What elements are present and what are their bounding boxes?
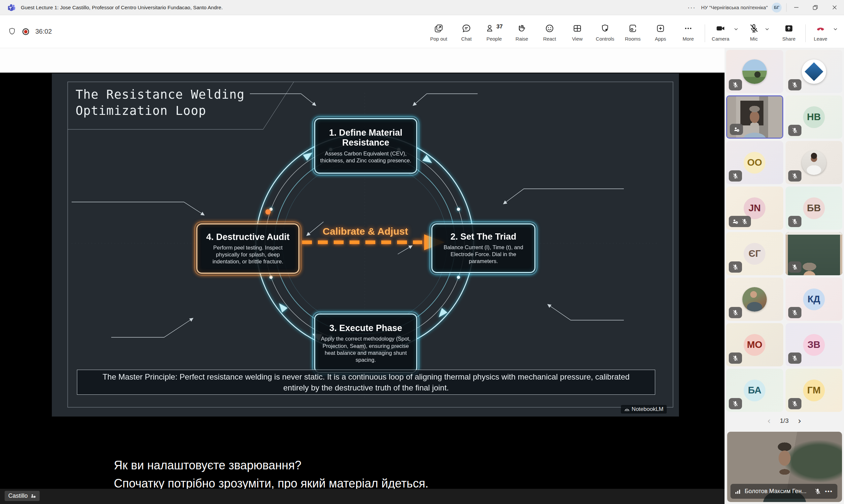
chat-button[interactable]: Chat [452,21,480,41]
leave-button[interactable]: Leave [808,21,833,41]
participant-tile[interactable] [786,50,843,93]
more-dots-icon [683,23,693,33]
loop-orange-node [265,209,271,215]
mic-status-badge [788,398,802,409]
apps-button[interactable]: Apps [647,21,674,41]
camera-options-chevron-icon[interactable] [733,26,739,32]
mic-muted-icon [749,23,759,34]
participant-tile[interactable] [786,141,843,184]
mic-muted-icon [814,488,821,495]
svg-text:?: ? [737,129,738,132]
participant-tile[interactable] [726,277,783,321]
minimize-button[interactable] [787,0,806,15]
participant-tile[interactable]: МО [726,323,783,366]
titlebar-more-menu[interactable]: ··· [682,4,701,11]
people-button[interactable]: 37 People [480,21,508,41]
mic-muted-icon [732,309,739,316]
pager-page-indicator: 1/3 [780,417,789,425]
notebooklm-watermark: NotebookLM [621,405,667,414]
meeting-stage: The Resistance Welding Optimization Loop… [0,48,724,504]
presenter-name-pill[interactable]: Castillo [5,491,40,501]
participant-tile[interactable] [786,232,843,275]
participant-tile[interactable]: НВ [786,95,843,139]
controls-button[interactable]: Controls [591,21,619,41]
rooms-button[interactable]: Rooms [619,21,647,41]
meeting-timer: 36:02 [35,28,52,35]
step-define-material: 1. Define Material Resistance Assess Car… [314,118,417,174]
mic-status-badge: ? [730,124,743,135]
initials-avatar: НВ [803,106,825,128]
step-destructive-audit: 4. Destructive Audit Perform peel testin… [196,223,299,274]
more-button[interactable]: More [674,21,702,41]
mic-muted-icon [732,400,739,407]
people-icon [486,23,496,33]
pop-out-button[interactable]: Pop out [425,21,452,41]
controls-shield-gear-icon [600,23,610,33]
photo-man-white-avatar [802,150,826,175]
mic-button[interactable]: Mic [743,21,765,41]
window-title: Guest Lecture 1: Jose Castillo, Professo… [21,5,223,11]
participant-tile[interactable]: КД [786,277,843,321]
mic-status-badge [788,307,802,318]
raise-hand-button[interactable]: Raise [508,21,536,41]
restore-button[interactable] [806,0,825,15]
presenting-icon [30,493,36,498]
participant-tile[interactable]: ЗВ [786,323,843,366]
shared-slide: The Resistance Welding Optimization Loop… [52,73,679,416]
participant-tile[interactable] [726,50,783,93]
participants-panel: ?НВООJN?БВЄГКДМОЗВБАГМ ‹ 1/3 › Болотов М… [724,48,844,504]
view-button[interactable]: View [563,21,591,41]
participant-tile[interactable]: ? [726,95,783,139]
participant-tile[interactable]: ЄГ [726,232,783,275]
mic-status-badge [729,398,742,409]
react-button[interactable]: React [536,21,563,41]
mic-muted-icon [791,309,798,316]
initials-avatar: ГМ [803,380,825,401]
mic-status-badge: ? [729,216,751,227]
calibrate-label: Calibrate & Adjust [312,226,418,237]
participants-grid: ?НВООJN?БВЄГКДМОЗВБАГМ [724,48,844,412]
slide-title: The Resistance Welding Optimization Loop [76,87,245,119]
live-captions: Як ви налаштовуєте зварювання? Спочатку … [114,456,428,492]
self-view-tile[interactable]: Болотов Максим Ген... ••• [727,432,842,502]
participant-tile[interactable]: ГМ [786,369,843,412]
self-view-more-icon[interactable]: ••• [825,488,833,495]
close-button[interactable] [825,0,844,15]
photo-beard-avatar [742,287,767,311]
self-view-name-pill: Болотов Максим Ген... ••• [731,484,838,499]
participant-tile[interactable]: БА [726,369,783,412]
participant-tile[interactable]: БВ [786,186,843,230]
mic-status-badge [788,262,802,273]
pop-out-icon [434,23,444,33]
mic-status-badge [729,307,742,318]
presenter-name: Castillo [8,492,28,499]
react-smiley-icon [545,23,555,33]
raise-hand-icon [517,23,527,33]
share-button[interactable]: Share [775,21,803,41]
pager-prev-icon[interactable]: ‹ [767,416,770,425]
step-set-triad: 2. Set The Triad Balance Current (I), Ti… [431,223,535,273]
mic-status-badge [729,353,742,364]
screen-share-region: The Resistance Welding Optimization Loop… [0,73,724,504]
participant-tile[interactable]: JN? [726,186,783,230]
logo-diamond-avatar [802,59,826,84]
security-shield-icon [8,27,16,36]
pager-next-icon[interactable]: › [798,416,801,425]
photo-landscape-avatar [742,59,767,84]
step-execute-phase: 3. Execute Phase Apply the correct metho… [314,313,417,373]
participant-tile[interactable]: ОО [726,141,783,184]
mic-status-badge [729,170,742,182]
share-icon [784,23,794,33]
camera-button[interactable]: Camera [708,21,733,41]
chat-icon [462,23,471,33]
account-avatar-badge[interactable]: БГ [772,3,782,13]
mic-status-badge [788,216,802,227]
leave-options-chevron-icon[interactable] [833,26,838,32]
mic-options-chevron-icon[interactable] [765,26,770,32]
initials-avatar: ЗВ [803,334,825,356]
mic-muted-icon [791,355,798,361]
leave-call-icon [815,23,826,33]
mic-muted-icon [741,218,748,225]
mic-status-badge [788,353,802,364]
recording-indicator-icon [21,28,30,36]
